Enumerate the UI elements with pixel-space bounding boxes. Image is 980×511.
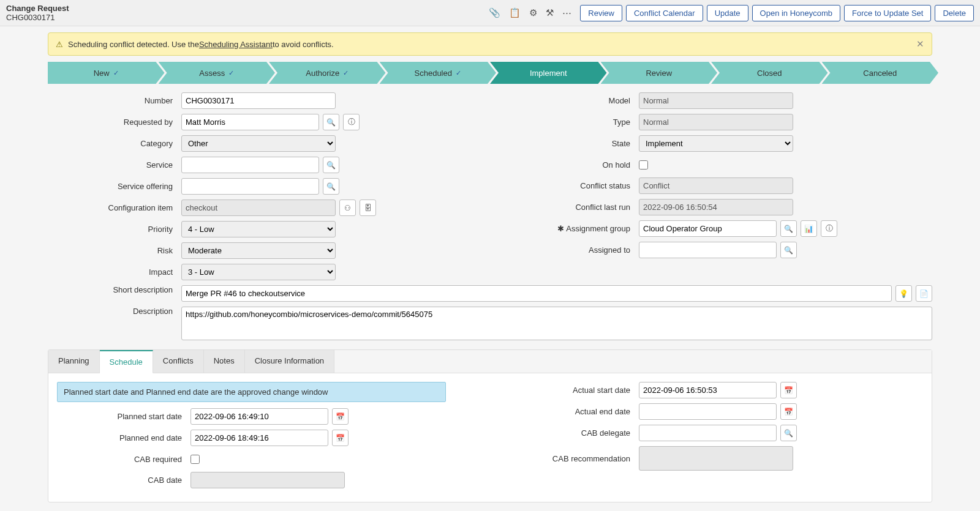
personalize-icon[interactable]: ⚙ — [529, 7, 537, 18]
planned-start-field[interactable] — [190, 408, 328, 425]
state-label: State — [505, 139, 639, 148]
lookup-icon[interactable]: 🔍 — [780, 220, 797, 237]
model-label: Model — [505, 96, 639, 105]
record-type: Change Request — [6, 4, 69, 13]
calendar-icon[interactable]: 📅 — [780, 403, 797, 420]
number-field[interactable] — [181, 92, 336, 109]
warning-icon: ⚠ — [56, 40, 63, 49]
assigned-to-field[interactable] — [639, 242, 777, 258]
actual-end-field[interactable] — [639, 403, 777, 420]
cab-date-field — [190, 472, 345, 488]
stage-bar: New✓ Assess✓ Authorize✓ Scheduled✓ Imple… — [48, 62, 932, 84]
stage-scheduled[interactable]: Scheduled✓ — [380, 62, 497, 84]
activity-icon[interactable]: 📋 — [509, 7, 521, 18]
description-label: Description — [48, 307, 181, 316]
priority-label: Priority — [48, 225, 181, 234]
state-select[interactable]: Implement — [639, 135, 793, 152]
priority-select[interactable]: 4 - Low — [181, 221, 336, 237]
stage-authorize[interactable]: Authorize✓ — [269, 62, 386, 84]
cab-date-label: CAB date — [57, 476, 190, 485]
risk-select[interactable]: Moderate — [181, 242, 336, 259]
info-icon[interactable]: ⓘ — [821, 220, 837, 237]
scheduling-assistant-link[interactable]: Scheduling Assistant — [199, 40, 273, 49]
close-icon[interactable]: ✕ — [916, 39, 924, 50]
check-icon: ✓ — [343, 69, 349, 77]
calendar-icon[interactable]: 📅 — [332, 408, 349, 425]
actual-start-label: Actual start date — [505, 386, 639, 395]
on-hold-label: On hold — [505, 160, 639, 170]
tab-schedule[interactable]: Schedule — [100, 350, 153, 373]
suggest-icon[interactable]: 💡 — [895, 285, 912, 302]
actual-start-field[interactable] — [639, 382, 777, 398]
cab-delegate-field[interactable] — [639, 425, 777, 441]
cab-required-checkbox[interactable] — [190, 455, 200, 464]
page-header: Change Request CHG0030171 📎 📋 ⚙ ⚒ ⋯ Revi… — [0, 0, 980, 26]
force-update-button[interactable]: Force to Update Set — [844, 5, 931, 21]
number-label: Number — [48, 96, 181, 105]
tab-conflicts[interactable]: Conflicts — [153, 350, 204, 373]
schedule-info: Planned start date and Planned end date … — [57, 382, 446, 402]
conflict-status-label: Conflict status — [505, 181, 639, 190]
lookup-icon[interactable]: 🔍 — [323, 178, 339, 195]
type-field — [639, 114, 793, 130]
review-button[interactable]: Review — [580, 5, 622, 21]
chart-icon[interactable]: 📊 — [801, 220, 817, 237]
knowledge-icon[interactable]: 📄 — [916, 285, 932, 302]
cab-recommend-label: CAB recommendation — [505, 454, 639, 463]
assignment-group-field[interactable] — [639, 220, 777, 237]
delete-button[interactable]: Delete — [935, 5, 974, 21]
tab-closure[interactable]: Closure Information — [245, 350, 334, 373]
short-desc-field[interactable] — [181, 285, 892, 302]
conflict-last-run-label: Conflict last run — [505, 203, 639, 212]
record-number: CHG0030171 — [6, 13, 69, 22]
open-honeycomb-button[interactable]: Open in Honeycomb — [752, 5, 841, 21]
stage-canceled[interactable]: Canceled — [822, 62, 939, 84]
risk-label: Risk — [48, 246, 181, 255]
attachment-icon[interactable]: 📎 — [489, 7, 500, 18]
info-icon[interactable]: ⓘ — [343, 114, 360, 130]
calendar-icon[interactable]: 📅 — [332, 430, 349, 446]
service-field[interactable] — [181, 157, 319, 173]
settings-icon[interactable]: ⚒ — [546, 7, 554, 18]
service-offering-label: Service offering — [48, 182, 181, 191]
requested-by-field[interactable] — [181, 114, 319, 130]
lookup-icon[interactable]: 🔍 — [323, 114, 339, 130]
tree-icon[interactable]: ⚇ — [339, 200, 356, 216]
conflict-last-run-field — [639, 199, 793, 215]
update-button[interactable]: Update — [707, 5, 748, 21]
description-field[interactable]: https://github.com/honeycombio/microserv… — [181, 307, 932, 340]
lookup-icon[interactable]: 🔍 — [780, 242, 797, 258]
tab-planning[interactable]: Planning — [48, 350, 100, 373]
stage-implement[interactable]: Implement — [490, 62, 607, 84]
type-label: Type — [505, 117, 639, 127]
conflict-calendar-button[interactable]: Conflict Calendar — [626, 5, 703, 21]
category-select[interactable]: Other — [181, 135, 336, 152]
calendar-icon[interactable]: 📅 — [780, 382, 797, 398]
model-field — [639, 92, 793, 109]
category-label: Category — [48, 139, 181, 148]
lookup-icon[interactable]: 🔍 — [780, 425, 797, 441]
config-item-label: Configuration item — [48, 203, 181, 212]
stage-new[interactable]: New✓ — [48, 62, 165, 84]
stage-review[interactable]: Review — [601, 62, 718, 84]
short-desc-label: Short description — [48, 285, 181, 294]
more-icon[interactable]: ⋯ — [562, 7, 571, 18]
requested-by-label: Requested by — [48, 117, 181, 127]
stage-closed[interactable]: Closed — [711, 62, 828, 84]
tab-notes[interactable]: Notes — [204, 350, 245, 373]
db-icon[interactable]: 🗄 — [360, 200, 376, 216]
alert-text-before: Scheduling conflict detected. Use the — [68, 40, 199, 49]
lookup-icon[interactable]: 🔍 — [323, 157, 339, 173]
stage-assess[interactable]: Assess✓ — [159, 62, 276, 84]
assigned-to-label: Assigned to — [505, 245, 639, 255]
service-offering-field[interactable] — [181, 178, 319, 195]
on-hold-checkbox[interactable] — [639, 160, 648, 170]
assignment-group-label: ✱Assignment group — [505, 224, 639, 233]
cab-required-label: CAB required — [57, 455, 190, 464]
conflict-alert: ⚠ Scheduling conflict detected. Use the … — [48, 32, 932, 56]
cab-delegate-label: CAB delegate — [505, 428, 639, 438]
check-icon: ✓ — [228, 69, 234, 77]
planned-end-field[interactable] — [190, 430, 328, 446]
config-item-field[interactable] — [181, 200, 336, 216]
impact-select[interactable]: 3 - Low — [181, 264, 336, 280]
